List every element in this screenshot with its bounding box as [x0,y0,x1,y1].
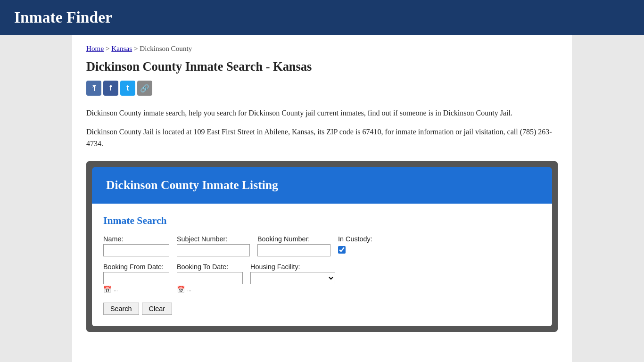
main-content: Home > Kansas > Dickinson County Dickins… [72,35,572,362]
subject-input[interactable] [177,244,250,256]
description-para2: Dickinson County Jail is located at 109 … [86,126,558,150]
description-section: Dickinson County inmate search, help you… [86,107,558,150]
booking-input[interactable] [257,244,330,256]
booking-to-cal-text: ... [187,286,191,293]
booking-to-label: Booking To Date: [177,263,243,271]
custody-checkbox[interactable] [338,246,346,254]
custody-label: In Custody: [338,235,376,243]
listing-title: Dickinson County Inmate Listing [106,178,278,192]
facebook-button[interactable]: f [103,81,118,96]
booking-from-cal-text: ... [114,286,118,293]
share-button[interactable]: ⤒ [86,81,101,96]
form-row-2: Booking From Date: 📅 ... Booking To Date… [103,263,541,294]
inmate-search-title: Inmate Search [103,215,541,227]
booking-label: Booking Number: [257,235,330,243]
page-title: Dickinson County Inmate Search - Kansas [86,59,558,74]
field-booking-from: Booking From Date: 📅 ... [103,263,169,294]
search-button[interactable]: Search [103,303,139,315]
breadcrumb-state[interactable]: Kansas [111,44,132,52]
field-booking-to: Booking To Date: 📅 ... [177,263,243,294]
field-subject-number: Subject Number: [177,235,250,256]
breadcrumb: Home > Kansas > Dickinson County [86,44,558,53]
breadcrumb-home[interactable]: Home [86,44,104,52]
booking-from-calendar-icon[interactable]: 📅 [103,286,112,294]
housing-label: Housing Facility: [250,263,335,271]
twitter-button[interactable]: t [120,81,135,96]
booking-from-input[interactable] [103,272,169,284]
housing-select[interactable] [250,272,335,284]
field-booking-number: Booking Number: [257,235,330,256]
listing-container: Dickinson County Inmate Listing Inmate S… [86,161,558,332]
booking-to-input[interactable] [177,272,243,284]
subject-label: Subject Number: [177,235,250,243]
share-icons-row: ⤒ f t 🔗 [86,81,558,96]
inmate-search-form: Name: Subject Number: Booking Number: In… [103,235,541,315]
booking-to-calendar-icon[interactable]: 📅 [177,286,185,294]
field-in-custody: In Custody: [338,235,376,254]
field-housing-facility: Housing Facility: [250,263,335,284]
site-header: Inmate Finder [0,0,644,35]
breadcrumb-county: Dickinson County [140,44,192,52]
copy-link-button[interactable]: 🔗 [137,81,152,96]
description-para1: Dickinson County inmate search, help you… [86,107,558,119]
form-buttons: Search Clear [103,303,541,315]
name-label: Name: [103,235,169,243]
site-title: Inmate Finder [14,8,112,26]
listing-header: Dickinson County Inmate Listing [92,167,552,204]
field-name: Name: [103,235,169,256]
name-input[interactable] [103,244,169,256]
clear-button[interactable]: Clear [142,303,172,315]
listing-body: Inmate Search Name: Subject Number: Book… [92,204,552,326]
booking-from-label: Booking From Date: [103,263,169,271]
form-row-1: Name: Subject Number: Booking Number: In… [103,235,541,256]
